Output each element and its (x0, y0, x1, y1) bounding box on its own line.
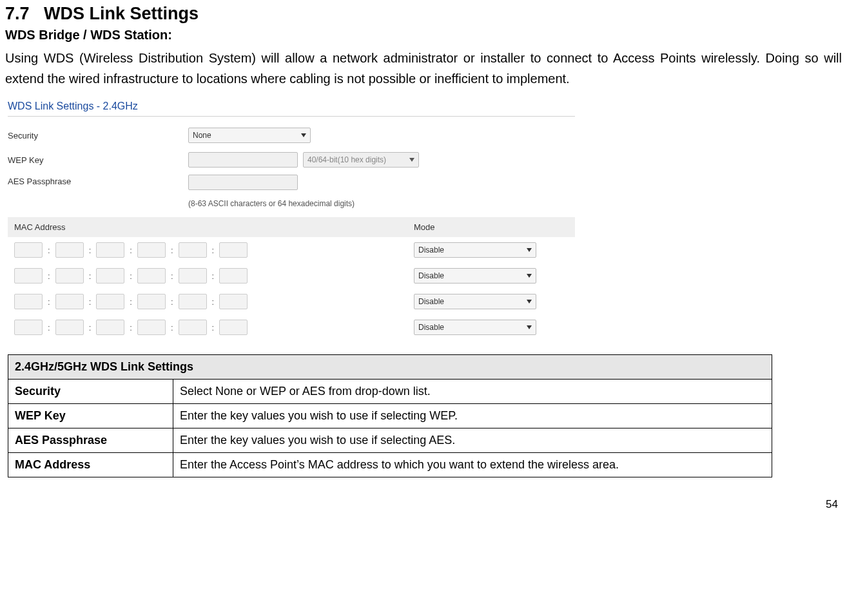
mac-octet-input[interactable] (96, 268, 124, 284)
mac-address-fields: ::::: (14, 320, 414, 335)
mac-octet-input[interactable] (14, 294, 43, 309)
mac-octet-input[interactable] (137, 294, 166, 309)
settings-key: Security (8, 380, 173, 404)
mode-select-value: Disable (418, 245, 444, 255)
colon-separator: : (171, 323, 173, 332)
chevron-down-icon (301, 133, 306, 137)
mac-octet-input[interactable] (14, 268, 43, 284)
wep-bits-select[interactable]: 40/64-bit(10 hex digits) (303, 152, 419, 168)
colon-separator: : (130, 245, 132, 255)
chevron-down-icon (527, 300, 532, 303)
mac-octet-input[interactable] (55, 242, 84, 258)
mac-address-fields: ::::: (14, 242, 414, 258)
colon-separator: : (48, 323, 50, 332)
chevron-down-icon (409, 158, 414, 162)
mac-octet-input[interactable] (179, 294, 207, 309)
mac-col-address: MAC Address (14, 222, 414, 232)
wep-label: WEP Key (8, 155, 188, 165)
colon-separator: : (171, 297, 173, 307)
colon-separator: : (212, 297, 215, 307)
mac-row: :::::Disable (8, 263, 575, 289)
colon-separator: : (212, 245, 215, 255)
chevron-down-icon (527, 248, 532, 252)
svg-marker-5 (527, 325, 532, 329)
mode-select[interactable]: Disable (414, 294, 536, 309)
mac-octet-input[interactable] (219, 242, 248, 258)
mac-octet-input[interactable] (179, 268, 207, 284)
colon-separator: : (89, 245, 92, 255)
security-row: Security None (8, 126, 575, 145)
mac-octet-input[interactable] (55, 294, 84, 309)
security-select-value: None (193, 131, 211, 140)
section-number: 7.7 (5, 4, 30, 23)
colon-separator: : (89, 297, 92, 307)
settings-value: Enter the key values you wish to use if … (173, 404, 772, 428)
colon-separator: : (48, 245, 50, 255)
colon-separator: : (130, 297, 132, 307)
mac-octet-input[interactable] (55, 268, 84, 284)
mac-octet-input[interactable] (179, 320, 207, 335)
mode-select[interactable]: Disable (414, 268, 536, 284)
section-title: WDS Link Settings (44, 4, 199, 23)
mac-octet-input[interactable] (14, 320, 43, 335)
mac-row: :::::Disable (8, 314, 575, 340)
aes-label: AES Passphrase (8, 175, 188, 186)
colon-separator: : (89, 271, 92, 281)
mode-select[interactable]: Disable (414, 242, 536, 258)
settings-table: 2.4GHz/5GHz WDS Link Settings SecuritySe… (8, 354, 772, 477)
colon-separator: : (130, 323, 132, 332)
settings-key: MAC Address (8, 453, 173, 477)
mode-select-value: Disable (418, 271, 444, 280)
wep-key-input[interactable] (188, 152, 298, 168)
mac-row: :::::Disable (8, 237, 575, 263)
mac-octet-input[interactable] (137, 242, 166, 258)
settings-value: Select None or WEP or AES from drop-down… (173, 380, 772, 404)
settings-value: Enter the key values you wish to use if … (173, 428, 772, 453)
mac-octet-input[interactable] (14, 242, 43, 258)
wep-bits-value: 40/64-bit(10 hex digits) (307, 155, 386, 164)
mac-address-fields: ::::: (14, 268, 414, 284)
colon-separator: : (212, 323, 215, 332)
mac-octet-input[interactable] (55, 320, 84, 335)
mac-table-header: MAC Address Mode (8, 217, 575, 237)
mac-octet-input[interactable] (219, 268, 248, 284)
mac-octet-input[interactable] (96, 320, 124, 335)
chevron-down-icon (527, 325, 532, 329)
settings-row: AES PassphraseEnter the key values you w… (8, 428, 772, 453)
mac-address-fields: ::::: (14, 294, 414, 309)
colon-separator: : (48, 271, 50, 281)
intro-paragraph: Using WDS (Wireless Distribution System)… (5, 48, 842, 89)
mac-octet-input[interactable] (96, 294, 124, 309)
mac-col-mode: Mode (414, 222, 435, 232)
settings-row: SecuritySelect None or WEP or AES from d… (8, 380, 772, 404)
mac-octet-input[interactable] (219, 294, 248, 309)
section-heading: 7.7 WDS Link Settings (5, 4, 842, 24)
wds-panel: WDS Link Settings - 2.4GHz Security None… (8, 101, 575, 340)
svg-marker-2 (527, 248, 532, 252)
aes-row: AES Passphrase (8, 175, 575, 194)
security-select[interactable]: None (188, 128, 311, 143)
security-label: Security (8, 131, 188, 140)
svg-marker-3 (527, 274, 532, 278)
colon-separator: : (171, 245, 173, 255)
mac-octet-input[interactable] (96, 242, 124, 258)
divider (8, 116, 575, 117)
settings-table-header: 2.4GHz/5GHz WDS Link Settings (8, 355, 772, 380)
colon-separator: : (171, 271, 173, 281)
settings-row: WEP KeyEnter the key values you wish to … (8, 404, 772, 428)
settings-key: WEP Key (8, 404, 173, 428)
mac-octet-input[interactable] (179, 242, 207, 258)
aes-passphrase-input[interactable] (188, 175, 298, 190)
mac-octet-input[interactable] (219, 320, 248, 335)
panel-title: WDS Link Settings - 2.4GHz (8, 101, 575, 112)
settings-value: Enter the Access Point’s MAC address to … (173, 453, 772, 477)
mode-select[interactable]: Disable (414, 320, 536, 335)
mode-select-value: Disable (418, 297, 444, 306)
settings-key: AES Passphrase (8, 428, 173, 453)
mac-octet-input[interactable] (137, 268, 166, 284)
aes-hint: (8-63 ASCII characters or 64 hexadecimal… (188, 199, 575, 208)
mode-select-value: Disable (418, 323, 444, 332)
colon-separator: : (212, 271, 215, 281)
settings-row: MAC AddressEnter the Access Point’s MAC … (8, 453, 772, 477)
mac-octet-input[interactable] (137, 320, 166, 335)
